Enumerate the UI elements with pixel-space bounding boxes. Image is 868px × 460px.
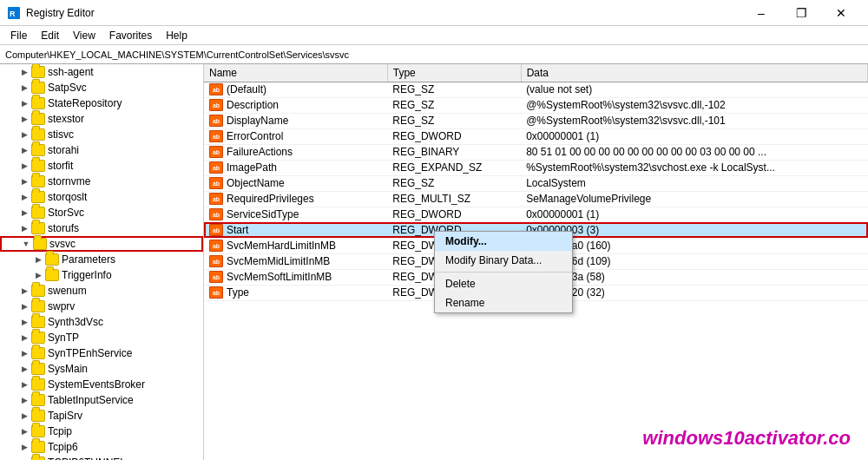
tree-label: SynTP — [48, 332, 79, 344]
address-bar: Computer\HKEY_LOCAL_MACHINE\SYSTEM\Curre… — [0, 45, 868, 64]
table-row[interactable]: abServiceSidTypeREG_DWORD0x00000001 (1) — [204, 207, 868, 222]
tree-item-sysmain[interactable]: ▶ SysMain — [0, 361, 203, 377]
expand-icon: ▶ — [17, 174, 31, 188]
table-row[interactable]: abRequiredPrivilegesREG_MULTI_SZSeManage… — [204, 191, 868, 207]
tree-item-storufs[interactable]: ▶ storufs — [0, 220, 203, 236]
ctx-delete[interactable]: Delete — [435, 274, 572, 293]
tree-item-ssh-agent[interactable]: ▶ ssh-agent — [0, 64, 203, 80]
tree-label: StorSvc — [48, 207, 84, 219]
tree-item-tcpip6[interactable]: ▶ Tcpip6 — [0, 439, 203, 455]
close-button[interactable]: ✕ — [821, 0, 861, 26]
folder-icon — [31, 363, 45, 375]
table-header-row: Name Type Data — [204, 64, 868, 82]
reg-value-icon: ab — [209, 193, 223, 205]
table-row[interactable]: ab(Default)REG_SZ(value not set) — [204, 82, 868, 97]
tree-label: storufs — [48, 222, 79, 234]
tree-item-stornvme[interactable]: ▶ stornvme — [0, 174, 203, 189]
tree-item-tabletinputservice[interactable]: ▶ TabletInputService — [0, 392, 203, 408]
tree-label: TabletInputService — [48, 394, 134, 406]
tree-item-storahi[interactable]: ▶ storahi — [0, 142, 203, 158]
reg-value-icon: ab — [209, 161, 223, 174]
reg-value-icon: ab — [209, 271, 223, 283]
expand-icon: ▶ — [17, 284, 31, 298]
tree-item-storfit[interactable]: ▶ storfit — [0, 158, 203, 174]
table-row[interactable]: abDescriptionREG_SZ@%SystemRoot%\system3… — [204, 97, 868, 113]
cell-data: 0x00000003 (3) — [521, 222, 867, 238]
expand-icon: ▶ — [17, 128, 31, 141]
tree-panel-inner: ▶ ssh-agent ▶ SatpSvc ▶ StateRepository … — [0, 64, 203, 460]
folder-icon — [31, 457, 45, 460]
tree-item-stexstor[interactable]: ▶ stexstor — [0, 111, 203, 127]
folder-icon — [31, 332, 45, 344]
folder-icon — [31, 207, 45, 219]
tree-item-swprv[interactable]: ▶ swprv — [0, 299, 203, 314]
tree-item-tapisrv[interactable]: ▶ TapiSrv — [0, 408, 203, 424]
tree-panel[interactable]: ▶ ssh-agent ▶ SatpSvc ▶ StateRepository … — [0, 64, 204, 460]
expand-icon: ▶ — [17, 299, 31, 313]
expand-icon: ▶ — [17, 346, 31, 360]
expand-icon: ▶ — [17, 378, 31, 391]
menu-edit[interactable]: Edit — [34, 28, 66, 43]
menu-file[interactable]: File — [3, 28, 34, 43]
tree-item-systemeventsbroker[interactable]: ▶ SystemEventsBroker — [0, 377, 203, 392]
cell-data: @%SystemRoot%\system32\svsvc.dll,-101 — [521, 113, 867, 128]
maximize-button[interactable]: ❐ — [781, 0, 821, 26]
tree-item-syntp[interactable]: ▶ SynTP — [0, 330, 203, 345]
tree-label: TCPIP6TUNNEL — [48, 457, 126, 460]
cell-name: abSvcMemHardLimitInMB — [204, 238, 387, 253]
tree-item-parameters[interactable]: ▶ Parameters — [0, 252, 203, 267]
ctx-rename[interactable]: Rename — [435, 293, 572, 312]
ctx-modify-binary[interactable]: Modify Binary Data... — [435, 251, 572, 270]
tree-label: storahi — [48, 144, 79, 156]
reg-value-icon: ab — [209, 130, 223, 142]
cell-name: abSvcMemSoftLimitInMB — [204, 269, 387, 285]
tree-item-synth3dvsc[interactable]: ▶ Synth3dVsc — [0, 314, 203, 330]
folder-icon — [31, 144, 45, 156]
cell-data: %SystemRoot%\system32\svchost.exe -k Loc… — [521, 160, 867, 175]
tree-item-triggerinfo[interactable]: ▶ TriggerInfo — [0, 267, 203, 283]
cell-name: abDisplayName — [204, 113, 387, 128]
folder-icon — [31, 300, 45, 312]
menu-view[interactable]: View — [66, 28, 102, 43]
tree-item-tcpip[interactable]: ▶ Tcpip — [0, 424, 203, 439]
tree-item-syntpenhservice[interactable]: ▶ SynTPEnhService — [0, 345, 203, 361]
tree-item-staterepository[interactable]: ▶ StateRepository — [0, 95, 203, 111]
table-row[interactable]: abObjectNameREG_SZLocalSystem — [204, 175, 868, 191]
table-row[interactable]: abFailureActionsREG_BINARY80 51 01 00 00… — [204, 144, 868, 160]
cell-data: (value not set) — [521, 82, 867, 97]
cell-name: abRequiredPrivileges — [204, 191, 387, 207]
reg-value-icon: ab — [209, 99, 223, 111]
minimize-button[interactable]: – — [741, 0, 781, 26]
cell-type: REG_SZ — [387, 175, 521, 191]
tree-label: Tcpip6 — [48, 441, 78, 453]
cell-name: abType — [204, 285, 387, 300]
folder-icon — [45, 253, 59, 266]
ctx-modify[interactable]: Modify... — [435, 232, 572, 251]
tree-label: Synth3dVsc — [48, 316, 103, 328]
menu-help[interactable]: Help — [159, 28, 194, 43]
table-row[interactable]: abErrorControlREG_DWORD0x00000001 (1) — [204, 128, 868, 144]
tree-label: storfit — [48, 160, 73, 172]
reg-value-icon: ab — [209, 224, 223, 236]
col-data: Data — [521, 64, 867, 82]
expand-icon: ▶ — [17, 81, 31, 95]
expand-icon: ▶ — [17, 159, 31, 173]
address-path: Computer\HKEY_LOCAL_MACHINE\SYSTEM\Curre… — [5, 49, 349, 60]
table-row[interactable]: abDisplayNameREG_SZ@%SystemRoot%\system3… — [204, 113, 868, 128]
menu-favorites[interactable]: Favorites — [102, 28, 159, 43]
expand-icon: ▶ — [17, 65, 31, 79]
cell-name: abDescription — [204, 97, 387, 113]
tree-item-stisvc[interactable]: ▶ stisvc — [0, 127, 203, 142]
table-row[interactable]: abImagePathREG_EXPAND_SZ%SystemRoot%\sys… — [204, 160, 868, 175]
tree-item-satpsvc[interactable]: ▶ SatpSvc — [0, 80, 203, 95]
expand-icon: ▶ — [31, 268, 45, 282]
expand-icon: ▶ — [17, 409, 31, 423]
tree-label: TapiSrv — [48, 410, 82, 422]
tree-item-svsvc[interactable]: ▼ svsvc — [0, 236, 203, 252]
tree-item-swenum[interactable]: ▶ swenum — [0, 283, 203, 299]
tree-item-storsvc[interactable]: ▶ StorSvc — [0, 205, 203, 220]
cell-data: SeManageVolumePrivilege — [521, 191, 867, 207]
tree-item-storqoslt[interactable]: ▶ storqoslt — [0, 189, 203, 205]
tree-item-tcpip6tunnel[interactable]: ▶ TCPIP6TUNNEL — [0, 455, 203, 460]
title-bar: R Registry Editor – ❐ ✕ — [0, 0, 868, 26]
